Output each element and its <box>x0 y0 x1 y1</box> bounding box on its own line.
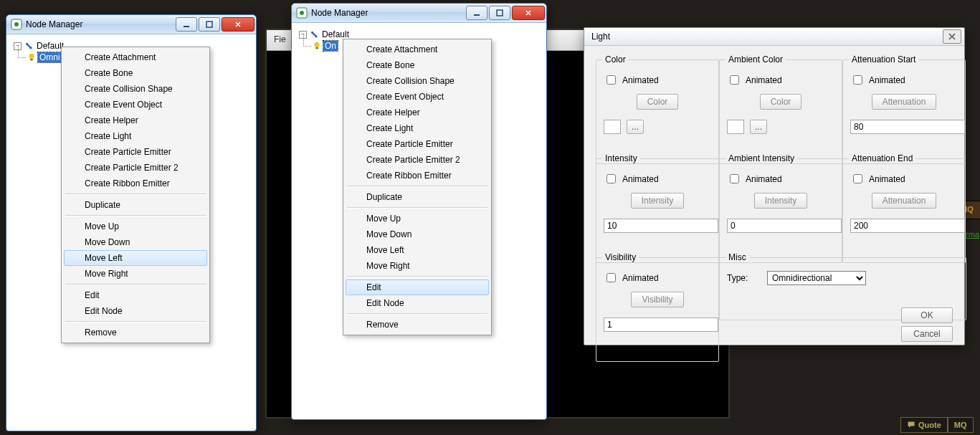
animated-check-input[interactable] <box>606 75 616 85</box>
menu-move-right[interactable]: Move Right <box>64 266 207 282</box>
group-ambient-color: Ambient Color Animated Color ... <box>719 59 842 164</box>
dialog-title: Light <box>591 32 610 42</box>
animated-check-input[interactable] <box>730 75 739 85</box>
mq-button[interactable]: MQ <box>948 417 974 433</box>
menu-create-ribbon[interactable]: Create Ribbon Emitter <box>64 176 207 191</box>
group-legend: Ambient Intensity <box>726 153 797 163</box>
menu-edit-node[interactable]: Edit Node <box>64 303 207 319</box>
cancel-button[interactable]: Cancel <box>901 326 953 342</box>
animated-checkbox[interactable]: Animated <box>727 172 834 186</box>
animated-check-input[interactable] <box>730 174 739 183</box>
svg-rect-11 <box>315 47 318 49</box>
attenuation-start-button[interactable]: Attenuation <box>872 94 937 110</box>
ambient-color-swatch[interactable] <box>727 120 744 134</box>
menu-edit[interactable]: Edit <box>64 287 207 303</box>
menu-create-attachment[interactable]: Create Attachment <box>346 42 489 57</box>
animated-checkbox[interactable]: Animated <box>850 172 958 186</box>
menu-duplicate[interactable]: Duplicate <box>64 197 207 213</box>
menu-create-pe2[interactable]: Create Particle Emitter 2 <box>64 160 207 176</box>
intensity-field[interactable] <box>604 219 718 233</box>
menu-edit-node[interactable]: Edit Node <box>346 295 489 311</box>
menu-create-event-object[interactable]: Create Event Object <box>64 97 207 113</box>
animated-label: Animated <box>622 75 659 85</box>
menu-create-bone[interactable]: Create Bone <box>64 65 207 81</box>
svg-point-10 <box>315 42 320 47</box>
animated-label: Animated <box>746 174 782 184</box>
visibility-button[interactable]: Visibility <box>631 292 683 307</box>
intensity-button[interactable]: Intensity <box>631 193 685 209</box>
menu-move-left[interactable]: Move Left <box>346 242 489 258</box>
menu-create-ribbon[interactable]: Create Ribbon Emitter <box>346 168 489 183</box>
group-intensity: Intensity Animated Intensity <box>596 158 719 263</box>
svg-rect-2 <box>184 26 189 27</box>
menu-remove[interactable]: Remove <box>346 317 489 333</box>
context-menu-1: Create Attachment Create Bone Create Col… <box>61 47 210 343</box>
titlebar[interactable]: Node Manager <box>292 4 546 23</box>
animated-checkbox[interactable]: Animated <box>604 73 711 87</box>
color-picker-button[interactable]: ... <box>627 120 644 134</box>
light-dialog: Light Color Animated Color ... Ambient C… <box>584 27 965 345</box>
visibility-field[interactable] <box>604 317 718 332</box>
animated-checkbox[interactable]: Animated <box>604 271 711 285</box>
animated-checkbox[interactable]: Animated <box>604 172 711 186</box>
ok-button[interactable]: OK <box>901 307 953 323</box>
color-swatch[interactable] <box>604 120 621 134</box>
color-button[interactable]: Color <box>637 94 679 110</box>
attenuation-end-button[interactable]: Attenuation <box>872 193 937 209</box>
menu-remove[interactable]: Remove <box>64 325 207 340</box>
minimize-button[interactable] <box>466 6 487 20</box>
quote-button[interactable]: Quote <box>900 417 948 433</box>
animated-check-input[interactable] <box>853 75 862 85</box>
menu-move-up[interactable]: Move Up <box>64 219 207 234</box>
menu-create-event-object[interactable]: Create Event Object <box>346 89 489 105</box>
animated-checkbox[interactable]: Animated <box>850 73 958 87</box>
close-button[interactable] <box>512 6 545 20</box>
menu-move-left[interactable]: Move Left <box>64 250 207 266</box>
ambient-color-button[interactable]: Color <box>760 94 802 110</box>
menu-create-collision[interactable]: Create Collision Shape <box>346 73 489 89</box>
menu-edit[interactable]: Edit <box>346 279 489 295</box>
background-tab-file[interactable]: Fie <box>267 30 293 49</box>
menu-create-collision[interactable]: Create Collision Shape <box>64 81 207 97</box>
svg-rect-8 <box>474 14 480 16</box>
menu-duplicate[interactable]: Duplicate <box>346 189 489 205</box>
animated-check-input[interactable] <box>606 174 616 183</box>
menu-create-pe2[interactable]: Create Particle Emitter 2 <box>346 152 489 168</box>
maximize-button[interactable] <box>489 6 510 20</box>
menu-sep <box>65 321 206 322</box>
menu-create-helper[interactable]: Create Helper <box>64 113 207 128</box>
ambient-intensity-button[interactable]: Intensity <box>754 193 808 209</box>
menu-move-down[interactable]: Move Down <box>64 234 207 250</box>
menu-create-helper[interactable]: Create Helper <box>346 105 489 120</box>
attenuation-start-field[interactable] <box>850 120 965 134</box>
dialog-close-button[interactable] <box>943 29 961 44</box>
tree-selected-label: On <box>323 41 338 51</box>
type-select[interactable]: Omnidirectional <box>767 271 866 285</box>
ambient-color-picker-button[interactable]: ... <box>750 120 767 134</box>
menu-sep <box>65 215 206 216</box>
minimize-button[interactable] <box>176 17 197 32</box>
close-button[interactable] <box>222 17 254 32</box>
bone-icon <box>310 29 320 39</box>
menu-create-pe[interactable]: Create Particle Emitter <box>346 136 489 152</box>
menu-create-light[interactable]: Create Light <box>346 120 489 136</box>
menu-move-right[interactable]: Move Right <box>346 258 489 274</box>
menu-move-down[interactable]: Move Down <box>346 226 489 242</box>
animated-check-input[interactable] <box>853 174 862 183</box>
titlebar[interactable]: Node Manager <box>6 15 256 34</box>
menu-create-bone[interactable]: Create Bone <box>346 57 489 73</box>
svg-point-4 <box>29 54 34 59</box>
attenuation-end-field[interactable] <box>850 219 965 233</box>
animated-check-input[interactable] <box>606 273 616 282</box>
menu-move-up[interactable]: Move Up <box>346 211 489 226</box>
animated-checkbox[interactable]: Animated <box>727 73 834 87</box>
menu-create-light[interactable]: Create Light <box>64 128 207 144</box>
animated-label: Animated <box>869 75 905 85</box>
group-legend: Attenuation Start <box>849 54 918 64</box>
group-legend: Attenuation End <box>849 153 915 163</box>
ambient-intensity-field[interactable] <box>727 219 842 233</box>
maximize-button[interactable] <box>199 17 220 32</box>
dialog-titlebar[interactable]: Light <box>584 28 964 46</box>
menu-create-pe[interactable]: Create Particle Emitter <box>64 144 207 160</box>
menu-create-attachment[interactable]: Create Attachment <box>64 49 207 65</box>
